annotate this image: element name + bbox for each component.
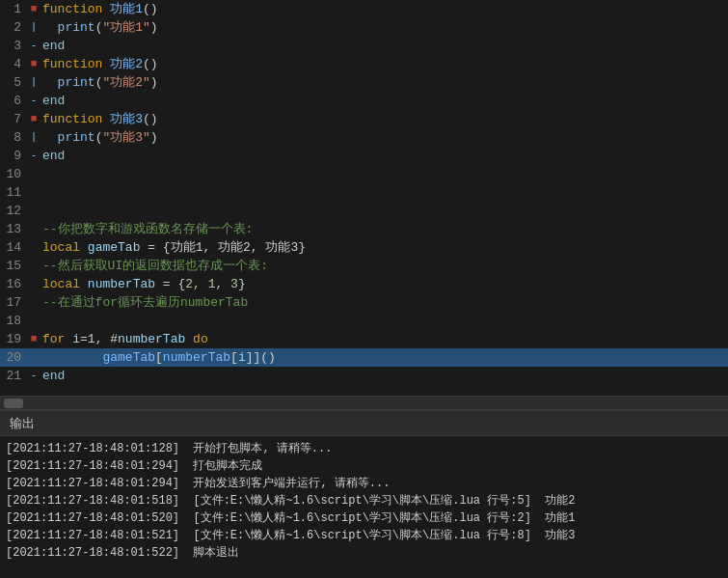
code-line-12: 12 xyxy=(0,202,728,220)
line-number: 6 xyxy=(0,92,27,110)
line-number: 19 xyxy=(0,330,27,348)
line-number: 8 xyxy=(0,128,27,147)
code-line-1: 1■function 功能1() xyxy=(0,0,728,18)
code-line-4: 4■function 功能2() xyxy=(0,55,728,73)
line-content: print("功能2") xyxy=(40,73,728,92)
line-content: --然后获取UI的返回数据也存成一个表: xyxy=(40,257,728,275)
code-editor[interactable]: 1■function 功能1()2| print("功能1")3-end4■fu… xyxy=(0,0,728,396)
line-number: 10 xyxy=(0,165,27,183)
line-number: 2 xyxy=(0,18,27,37)
code-line-20: 20 gameTab[numberTab[i]]() xyxy=(0,348,728,367)
line-number: 18 xyxy=(0,312,27,330)
line-number: 16 xyxy=(0,275,27,293)
output-line: [2021:11:27-18:48:01:522] 脚本退出 xyxy=(6,544,722,562)
line-number: 11 xyxy=(0,183,27,202)
line-number: 9 xyxy=(0,147,27,165)
output-line: [2021:11:27-18:48:01:521] [文件:E:\懒人精~1.6… xyxy=(6,527,722,544)
line-marker: | xyxy=(27,18,40,37)
line-number: 3 xyxy=(0,37,27,55)
code-line-6: 6-end xyxy=(0,92,728,110)
scrollbar-thumb[interactable] xyxy=(4,399,23,408)
code-line-19: 19■for i=1, #numberTab do xyxy=(0,330,728,348)
code-line-21: 21-end xyxy=(0,367,728,385)
line-marker: ■ xyxy=(27,55,40,73)
output-header: 输出 xyxy=(0,411,728,436)
line-content: function 功能3() xyxy=(40,110,728,128)
line-content: end xyxy=(40,147,728,165)
line-marker xyxy=(27,312,40,330)
line-content: local numberTab = {2, 1, 3} xyxy=(40,275,728,293)
line-marker: | xyxy=(27,73,40,92)
line-marker: - xyxy=(27,367,40,385)
output-line: [2021:11:27-18:48:01:518] [文件:E:\懒人精~1.6… xyxy=(6,492,722,509)
line-content: end xyxy=(40,37,728,55)
line-marker xyxy=(27,238,40,257)
code-line-11: 11 xyxy=(0,183,728,202)
line-marker xyxy=(27,275,40,293)
horizontal-scrollbar[interactable] xyxy=(0,396,728,409)
code-line-13: 13 --你把数字和游戏函数名存储一个表: xyxy=(0,220,728,238)
line-marker xyxy=(27,165,40,183)
code-line-18: 18 xyxy=(0,312,728,330)
code-line-15: 15 --然后获取UI的返回数据也存成一个表: xyxy=(0,257,728,275)
line-number: 5 xyxy=(0,73,27,92)
code-line-14: 14 local gameTab = {功能1, 功能2, 功能3} xyxy=(0,238,728,257)
line-number: 21 xyxy=(0,367,27,385)
line-marker: ■ xyxy=(27,330,40,348)
line-number: 17 xyxy=(0,293,27,312)
line-number: 20 xyxy=(0,348,27,367)
line-content: print("功能1") xyxy=(40,18,728,37)
line-content: end xyxy=(40,92,728,110)
line-marker xyxy=(27,293,40,312)
code-line-16: 16 local numberTab = {2, 1, 3} xyxy=(0,275,728,293)
line-content: for i=1, #numberTab do xyxy=(40,330,728,348)
code-line-9: 9-end xyxy=(0,147,728,165)
line-number: 12 xyxy=(0,202,27,220)
code-line-8: 8| print("功能3") xyxy=(0,128,728,147)
line-content: --你把数字和游戏函数名存储一个表: xyxy=(40,220,728,238)
line-marker xyxy=(27,183,40,202)
line-number: 4 xyxy=(0,55,27,73)
code-line-17: 17 --在通过for循环去遍历numberTab xyxy=(0,293,728,312)
line-content: print("功能3") xyxy=(40,128,728,147)
output-line: [2021:11:27-18:48:01:294] 开始发送到客户端并运行, 请… xyxy=(6,475,722,492)
line-number: 1 xyxy=(0,0,27,18)
line-marker xyxy=(27,220,40,238)
code-line-2: 2| print("功能1") xyxy=(0,18,728,37)
line-content: function 功能2() xyxy=(40,55,728,73)
line-number: 13 xyxy=(0,220,27,238)
line-content: --在通过for循环去遍历numberTab xyxy=(40,293,728,312)
code-line-10: 10 xyxy=(0,165,728,183)
output-line: [2021:11:27-18:48:01:520] [文件:E:\懒人精~1.6… xyxy=(6,509,722,527)
line-marker: - xyxy=(27,147,40,165)
line-content: gameTab[numberTab[i]]() xyxy=(40,348,728,367)
code-line-3: 3-end xyxy=(0,37,728,55)
output-content: [2021:11:27-18:48:01:128] 开始打包脚本, 请稍等...… xyxy=(0,436,728,578)
code-line-7: 7■function 功能3() xyxy=(0,110,728,128)
line-marker: | xyxy=(27,128,40,147)
line-marker: ■ xyxy=(27,110,40,128)
line-marker xyxy=(27,257,40,275)
code-line-5: 5| print("功能2") xyxy=(0,73,728,92)
line-content: local gameTab = {功能1, 功能2, 功能3} xyxy=(40,238,728,257)
line-marker: - xyxy=(27,92,40,110)
line-marker xyxy=(27,202,40,220)
code-lines: 1■function 功能1()2| print("功能1")3-end4■fu… xyxy=(0,0,728,385)
line-marker: - xyxy=(27,37,40,55)
line-number: 15 xyxy=(0,257,27,275)
line-marker: ■ xyxy=(27,0,40,18)
line-number: 14 xyxy=(0,238,27,257)
line-number: 7 xyxy=(0,110,27,128)
output-line: [2021:11:27-18:48:01:294] 打包脚本完成 xyxy=(6,457,722,475)
line-marker xyxy=(27,348,40,367)
output-label: 输出 xyxy=(10,415,35,432)
line-content: end xyxy=(40,367,728,385)
output-line: [2021:11:27-18:48:01:128] 开始打包脚本, 请稍等... xyxy=(6,440,722,457)
line-content: function 功能1() xyxy=(40,0,728,18)
output-panel: 输出 [2021:11:27-18:48:01:128] 开始打包脚本, 请稍等… xyxy=(0,409,728,578)
